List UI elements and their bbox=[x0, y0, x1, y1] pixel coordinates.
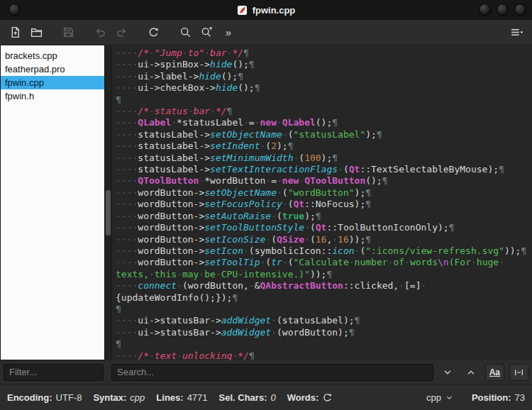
open-file-button[interactable] bbox=[27, 23, 46, 42]
code-token: ···· bbox=[116, 48, 138, 58]
code-token: ···· bbox=[116, 187, 138, 198]
word-count-refresh-button[interactable] bbox=[322, 392, 333, 403]
code-token: · bbox=[265, 175, 271, 186]
search-bar: Aa bbox=[0, 360, 532, 384]
code-token: · bbox=[271, 327, 277, 338]
search-input[interactable] bbox=[111, 364, 433, 381]
code-token: · bbox=[282, 129, 288, 140]
code-token: wordButton-> bbox=[138, 257, 204, 267]
code-row: ····connect·(wordButton,·&QAbstractButto… bbox=[116, 280, 532, 292]
code-token: ···· bbox=[116, 153, 138, 163]
reload-button[interactable] bbox=[144, 23, 163, 42]
code-token: Qt bbox=[349, 164, 360, 174]
search-button[interactable] bbox=[176, 23, 195, 42]
code-token: addWidget bbox=[221, 327, 271, 338]
editor-scrollbar-handle[interactable] bbox=[106, 190, 111, 236]
code-token: (); bbox=[316, 117, 332, 128]
code-token: *statusLabel bbox=[177, 117, 243, 128]
match-case-button[interactable]: Aa bbox=[485, 364, 504, 381]
code-token: hide bbox=[216, 82, 238, 93]
code-token: )); bbox=[310, 269, 326, 279]
find-replace-icon bbox=[201, 26, 213, 38]
code-token: ¶ bbox=[116, 304, 121, 314]
code-token: bar bbox=[210, 48, 226, 58]
code-token: · bbox=[149, 106, 155, 116]
code-token: · bbox=[204, 48, 210, 58]
save-icon bbox=[62, 26, 74, 38]
code-token: 16 bbox=[316, 234, 327, 245]
chevron-down-icon bbox=[443, 367, 453, 377]
file-item[interactable]: brackets.cpp bbox=[1, 49, 104, 62]
syntax-combo[interactable]: cpp bbox=[426, 392, 453, 403]
encoding-status: Encoding: UTF-8 bbox=[7, 392, 82, 403]
find-replace-button[interactable] bbox=[197, 23, 216, 42]
whole-word-button[interactable] bbox=[509, 364, 528, 381]
code-row: ····/*·status·bar·*/¶ bbox=[116, 106, 532, 117]
toolbar-overflow-button[interactable]: » bbox=[218, 23, 238, 42]
code-token: wordButton-> bbox=[138, 245, 204, 256]
file-item[interactable]: fpwin.cpp bbox=[1, 76, 104, 89]
code-token: wordButton-> bbox=[138, 199, 204, 209]
code-token: be bbox=[204, 269, 216, 279]
code-token: setObjectName bbox=[210, 129, 282, 140]
code-row: ¶ bbox=[116, 338, 532, 350]
code-token: words bbox=[410, 257, 438, 267]
code-token: new bbox=[282, 175, 299, 186]
search-previous-button[interactable] bbox=[462, 364, 480, 381]
code-token: · bbox=[471, 257, 477, 267]
code-token: ···· bbox=[116, 315, 138, 326]
code-row: ····/*·text·unlocking·*/¶ bbox=[116, 350, 532, 360]
code-token: ¶ bbox=[232, 292, 238, 303]
code-token: ···· bbox=[116, 245, 138, 256]
search-next-button[interactable] bbox=[438, 364, 457, 381]
file-item[interactable]: featherpad.pro bbox=[1, 62, 104, 76]
code-token: ···· bbox=[116, 117, 138, 128]
undo-button[interactable] bbox=[91, 23, 110, 42]
filter-input[interactable] bbox=[4, 364, 104, 381]
code-token: · bbox=[149, 48, 155, 58]
code-token: · bbox=[188, 106, 194, 116]
position-value: 73 bbox=[515, 392, 525, 403]
code-token: setIcon bbox=[204, 245, 243, 256]
editor-scrollbar-track[interactable] bbox=[105, 45, 112, 360]
code-token: · bbox=[499, 257, 504, 267]
code-area[interactable]: ····/*·"Jump·to"·bar·*/¶····ui->spinBox-… bbox=[112, 45, 532, 360]
code-token: ); bbox=[355, 187, 366, 198]
code-token: setIndent bbox=[210, 140, 260, 151]
code-token: ¶ bbox=[382, 175, 388, 186]
code-token: · bbox=[349, 257, 355, 267]
code-token: *wordButton bbox=[204, 175, 265, 186]
code-token: ); bbox=[304, 211, 316, 221]
window-menu-button[interactable] bbox=[9, 4, 21, 16]
code-token: ( bbox=[277, 211, 282, 221]
code-token: QToolButton bbox=[138, 175, 199, 186]
close-button[interactable] bbox=[514, 4, 526, 16]
code-token: 100 bbox=[304, 153, 321, 163]
code-token: ¶ bbox=[238, 71, 243, 82]
code-token: of bbox=[393, 257, 404, 267]
words-status: Words: bbox=[287, 392, 333, 403]
code-token: · bbox=[304, 234, 310, 245]
code-token: ···· bbox=[116, 350, 138, 360]
main-menu-button[interactable] bbox=[507, 23, 526, 42]
code-token: huge bbox=[477, 257, 499, 267]
file-item[interactable]: fpwin.h bbox=[1, 89, 104, 103]
redo-button[interactable] bbox=[112, 23, 131, 42]
code-token: ¶ bbox=[355, 315, 360, 326]
minimize-button[interactable] bbox=[479, 4, 491, 16]
new-file-button[interactable] bbox=[6, 23, 25, 42]
maximize-button[interactable] bbox=[497, 4, 509, 16]
code-row: ····wordButton->setToolTip·(tr·("Calcula… bbox=[116, 257, 532, 268]
code-row: ¶ bbox=[116, 94, 532, 106]
save-button[interactable] bbox=[59, 23, 78, 42]
code-token: · bbox=[243, 245, 249, 256]
code-row: ····wordButton->setObjectName·("wordButt… bbox=[116, 187, 532, 199]
sel-chars-value: 0 bbox=[270, 392, 275, 403]
code-token: wordButton-> bbox=[138, 234, 204, 245]
code-token: setObjectName bbox=[204, 187, 277, 198]
refresh-icon bbox=[322, 392, 333, 403]
code-token: wordButton-> bbox=[138, 211, 204, 221]
code-token: QLabel bbox=[138, 117, 171, 128]
encoding-value: UTF-8 bbox=[56, 392, 82, 403]
lines-value: 4771 bbox=[187, 392, 208, 403]
